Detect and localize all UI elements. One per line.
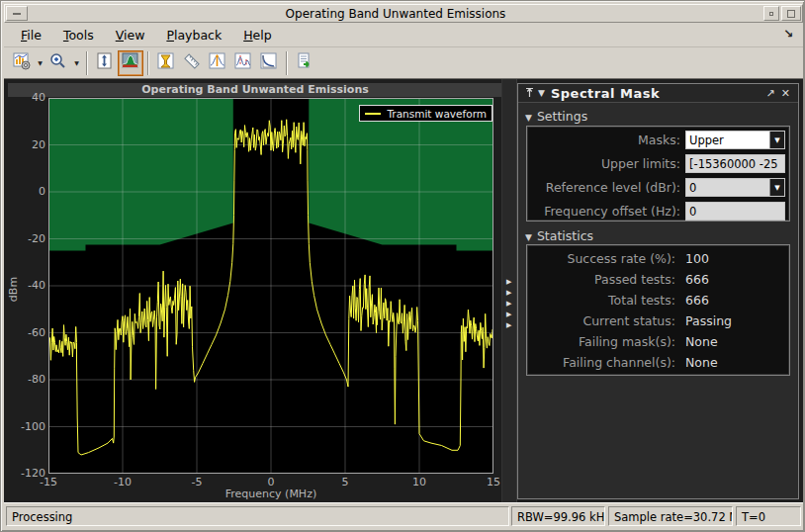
y-tick-label: 20 — [14, 138, 45, 151]
status-rbw: RBW=99.96 kHz — [511, 506, 605, 526]
window-title: Operating Band Unwanted Emissions — [29, 7, 762, 21]
plot-title: Operating Band Unwanted Emissions — [8, 83, 502, 97]
ccdf-icon — [260, 52, 278, 74]
undock-icon[interactable]: ↗ — [766, 87, 775, 100]
failing-mask-s-label: Failing mask(s): — [529, 334, 675, 349]
masks-dropdown[interactable]: Upper▼ — [685, 131, 785, 149]
menu-help[interactable]: Help — [232, 25, 283, 45]
upper-limits-label: Upper limits: — [529, 156, 680, 171]
reference-level-dbr-combo[interactable]: 0▼ — [685, 178, 785, 197]
cursor-measurements-button[interactable] — [153, 50, 179, 76]
status-message: Processing — [6, 506, 509, 526]
spectral-mask-button[interactable] — [118, 50, 143, 76]
window-menu-button[interactable] — [6, 6, 28, 21]
peak-finder-icon — [209, 52, 226, 74]
menu-tools[interactable]: Tools — [52, 25, 105, 45]
maximize-button[interactable] — [781, 6, 801, 21]
dropdown-arrow-icon[interactable]: ▼ — [769, 132, 784, 148]
ruler-icon — [183, 52, 201, 74]
y-tick-label: -100 — [14, 420, 45, 433]
settings-section-label: Settings — [537, 109, 587, 124]
menu-bar: FileToolsViewPlaybackHelp↘ — [4, 23, 803, 47]
zoom-in-button[interactable] — [45, 50, 71, 76]
peak-finder-button[interactable] — [205, 50, 230, 76]
toolbar-separator — [286, 51, 288, 75]
failing-channel-s-value: None — [685, 355, 718, 370]
success-rate-value: 100 — [685, 251, 709, 266]
y-tick-label: 0 — [14, 185, 45, 198]
pin-icon[interactable] — [525, 87, 534, 100]
minimize-icon — [769, 12, 773, 16]
app-window: Operating Band Unwanted Emissions FileTo… — [0, 0, 805, 532]
scope-settings-icon — [13, 52, 31, 74]
scope-settings-dropdown-caret[interactable]: ▼ — [35, 50, 45, 76]
statistics-section-label: Statistics — [537, 228, 593, 243]
success-rate-label: Success rate (%): — [529, 251, 675, 266]
toolbar-separator — [86, 51, 88, 75]
failing-mask-s-value: None — [685, 334, 718, 349]
status-bar: Processing RBW=99.96 kHz Sample rate=30.… — [4, 502, 803, 530]
distortion-measurements-icon — [234, 52, 252, 74]
menu-view[interactable]: View — [105, 25, 156, 45]
current-status-label: Current status: — [529, 313, 675, 328]
total-tests-value: 666 — [685, 293, 709, 308]
toolbar: ▼▼ — [4, 47, 803, 78]
passed-tests-label: Passed tests: — [529, 272, 675, 287]
dropdown-arrow-icon[interactable]: ▼ — [769, 179, 784, 196]
maximize-icon — [787, 10, 795, 18]
splitter-expand-arrow[interactable]: ▶ — [506, 310, 511, 319]
legend: Transmit waveform — [359, 105, 492, 122]
ruler-button[interactable] — [179, 50, 205, 76]
window-menu-icon — [13, 13, 21, 15]
current-status-value: Passing — [685, 313, 732, 328]
menu-file[interactable]: File — [10, 25, 52, 45]
legend-entry-label: Transmit waveform — [387, 108, 487, 120]
statistics-section-header[interactable]: ▼Statistics — [525, 228, 593, 243]
menu-playback[interactable]: Playback — [155, 25, 232, 45]
frequency-offset-hz-field[interactable]: 0 — [685, 202, 785, 221]
ccdf-button[interactable] — [256, 50, 282, 76]
settings-collapse-icon: ▼ — [525, 113, 532, 123]
failing-channel-s-label: Failing channel(s): — [529, 355, 675, 370]
y-tick-label: 40 — [14, 91, 45, 104]
panel-header: ▼ Spectral Mask ↗ ✕ — [518, 84, 798, 103]
toolbar-separator — [147, 51, 149, 75]
export-script-icon — [296, 52, 313, 74]
cursor-measurements-icon — [157, 52, 175, 74]
y-tick-label: -60 — [14, 326, 45, 339]
status-time: T=0 — [736, 506, 801, 526]
zoom-in-icon — [49, 52, 67, 74]
spectrum-plot — [48, 98, 493, 474]
export-script-button[interactable] — [292, 50, 317, 76]
spectral-mask-panel: ▼ Spectral Mask ↗ ✕ ▼Settings Masks:Uppe… — [517, 83, 799, 499]
splitter-expand-arrow[interactable]: ▶ — [506, 288, 511, 298]
zoom-in-dropdown-caret[interactable]: ▼ — [71, 50, 82, 76]
scope-area: Operating Band Unwanted Emissions 40200-… — [4, 78, 803, 502]
status-sample-rate: Sample rate=30.72 MHz — [608, 506, 733, 526]
splitter-expand-arrow[interactable]: ▶ — [506, 277, 511, 287]
close-icon[interactable]: ✕ — [781, 87, 790, 100]
title-bar: Operating Band Unwanted Emissions — [4, 4, 803, 23]
spectral-mask-icon — [122, 52, 139, 74]
collapse-icon[interactable]: ▼ — [538, 88, 545, 98]
splitter-expand-arrow[interactable]: ▶ — [506, 299, 511, 309]
x-axis-label: Frequency (MHz) — [48, 488, 493, 500]
statistics-group: Success rate (%):100Passed tests:666Tota… — [526, 244, 790, 376]
panel-splitter[interactable]: ▶▶▶▶▶ — [501, 79, 517, 502]
minimize-button[interactable] — [763, 6, 779, 21]
fit-to-view-icon — [96, 52, 114, 74]
distortion-measurements-button[interactable] — [230, 50, 256, 76]
reference-level-dbr-label: Reference level (dBr): — [529, 180, 680, 195]
total-tests-label: Total tests: — [529, 293, 675, 308]
upper-limits-field[interactable]: [-15360000 -25 — [685, 154, 785, 173]
fit-to-view-button[interactable] — [92, 50, 118, 76]
settings-section-header[interactable]: ▼Settings — [525, 109, 587, 124]
y-axis-label: dBm — [7, 267, 20, 312]
scope-settings-button[interactable] — [9, 50, 35, 76]
legend-line-sample — [365, 113, 381, 115]
dock-arrow-icon[interactable]: ↘ — [783, 27, 793, 41]
frequency-offset-hz-label: Frequency offset (Hz): — [529, 204, 680, 219]
y-tick-label: -20 — [14, 232, 45, 245]
splitter-expand-arrow[interactable]: ▶ — [506, 320, 511, 330]
settings-group: Masks:Upper▼Upper limits:[-15360000 -25R… — [526, 126, 790, 222]
